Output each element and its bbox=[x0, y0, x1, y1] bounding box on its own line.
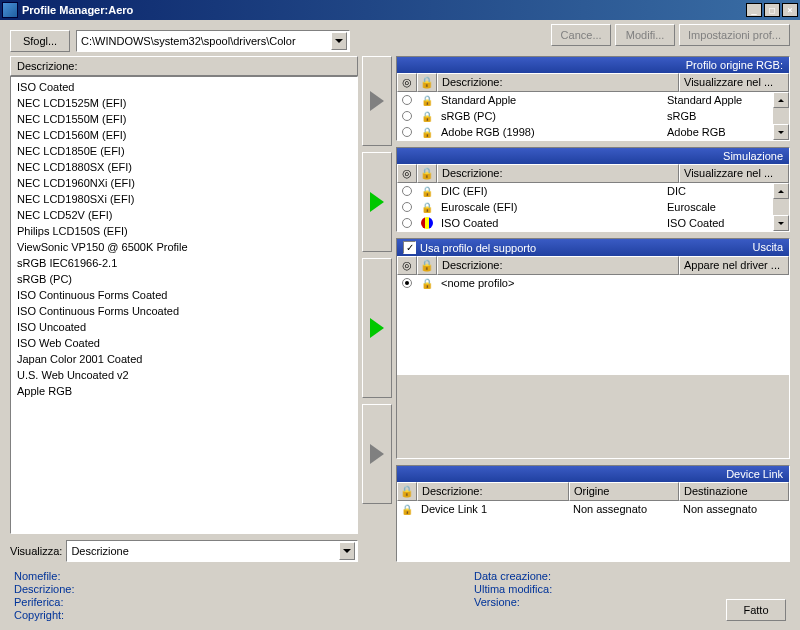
cell-driver bbox=[679, 275, 789, 291]
cell-display: Standard Apple bbox=[663, 92, 773, 108]
rgb-col-display[interactable]: Visualizzare nel ... bbox=[679, 73, 789, 92]
lock-icon: 🔒 bbox=[417, 183, 437, 199]
lock-icon: 🔒 bbox=[417, 108, 437, 124]
cell-desc: Standard Apple bbox=[437, 92, 663, 108]
modify-button[interactable]: Modifi... bbox=[615, 24, 675, 46]
path-combo[interactable]: C:\WINDOWS\system32\spool\drivers\Color bbox=[76, 30, 350, 52]
radio-icon bbox=[397, 183, 417, 199]
dl-col-origin[interactable]: Origine bbox=[569, 482, 679, 501]
dropdown-icon[interactable] bbox=[339, 542, 355, 560]
cell-desc: Euroscale (EFI) bbox=[437, 199, 663, 215]
sim-col-display[interactable]: Visualizzare nel ... bbox=[679, 164, 789, 183]
table-row[interactable]: 🔒DIC (EFI)DIC bbox=[397, 183, 773, 199]
add-output-button[interactable] bbox=[362, 258, 392, 398]
list-item[interactable]: NEC LCD1960NXi (EFI) bbox=[11, 175, 357, 191]
rgb-col-lock: 🔒 bbox=[417, 73, 437, 92]
add-rgb-button[interactable] bbox=[362, 56, 392, 146]
list-header: Descrizione: bbox=[10, 56, 358, 76]
devicelink-panel: Device Link 🔒 Descrizione: Origine Desti… bbox=[396, 465, 790, 562]
list-item[interactable]: ISO Continuous Forms Uncoated bbox=[11, 303, 357, 319]
list-item[interactable]: sRGB (PC) bbox=[11, 271, 357, 287]
cancel-button[interactable]: Cance... bbox=[551, 24, 611, 46]
dropdown-icon[interactable] bbox=[331, 32, 347, 50]
dl-col-desc[interactable]: Descrizione: bbox=[417, 482, 569, 501]
list-item[interactable]: sRGB IEC61966-2.1 bbox=[11, 255, 357, 271]
footer-filename: Nomefile: bbox=[14, 570, 274, 582]
cell-desc: sRGB (PC) bbox=[437, 108, 663, 124]
table-row[interactable]: 🔒Euroscale (EFI)Euroscale bbox=[397, 199, 773, 215]
list-item[interactable]: ISO Uncoated bbox=[11, 319, 357, 335]
table-row[interactable]: 🔒Standard AppleStandard Apple bbox=[397, 92, 773, 108]
visualize-label: Visualizza: bbox=[10, 545, 62, 557]
footer-created: Data creazione: bbox=[474, 570, 552, 582]
out-col-radio: ◎ bbox=[397, 256, 417, 275]
list-item[interactable]: NEC LCD1980SXi (EFI) bbox=[11, 191, 357, 207]
sim-title: Simulazione bbox=[723, 150, 783, 162]
list-item[interactable]: ViewSonic VP150 @ 6500K Profile bbox=[11, 239, 357, 255]
radio-icon bbox=[397, 199, 417, 215]
list-item[interactable]: NEC LCD1850E (EFI) bbox=[11, 143, 357, 159]
lock-icon: 🔒 bbox=[417, 275, 437, 291]
app-icon bbox=[2, 2, 18, 18]
browse-button[interactable]: Sfogl... bbox=[10, 30, 70, 52]
list-item[interactable]: Philips LCD150S (EFI) bbox=[11, 223, 357, 239]
add-sim-button[interactable] bbox=[362, 152, 392, 252]
out-col-driver[interactable]: Appare nel driver ... bbox=[679, 256, 789, 275]
list-item[interactable]: Japan Color 2001 Coated bbox=[11, 351, 357, 367]
sim-col-lock: 🔒 bbox=[417, 164, 437, 183]
cell-display: DIC bbox=[663, 183, 773, 199]
list-item[interactable]: NEC LCD1550M (EFI) bbox=[11, 111, 357, 127]
maximize-button[interactable]: □ bbox=[764, 3, 780, 17]
table-row[interactable]: 🔒<nome profilo> bbox=[397, 275, 789, 291]
footer-copyright: Copyright: bbox=[14, 609, 274, 621]
list-item[interactable]: ISO Coated bbox=[11, 79, 357, 95]
profile-list[interactable]: ISO CoatedNEC LCD1525M (EFI)NEC LCD1550M… bbox=[10, 76, 358, 534]
list-item[interactable]: NEC LCD1525M (EFI) bbox=[11, 95, 357, 111]
list-item[interactable]: U.S. Web Uncoated v2 bbox=[11, 367, 357, 383]
cell-display: Adobe RGB bbox=[663, 124, 773, 140]
path-value: C:\WINDOWS\system32\spool\drivers\Color bbox=[81, 35, 331, 47]
done-button[interactable]: Fatto bbox=[726, 599, 786, 621]
close-button[interactable]: × bbox=[782, 3, 798, 17]
table-row[interactable]: 🔒Adobe RGB (1998)Adobe RGB bbox=[397, 124, 773, 140]
table-row[interactable]: 🔒Device Link 1Non assegnatoNon assegnato bbox=[397, 501, 789, 517]
radio-icon bbox=[397, 108, 417, 124]
minimize-button[interactable]: _ bbox=[746, 3, 762, 17]
list-item[interactable]: ISO Web Coated bbox=[11, 335, 357, 351]
footer-modified: Ultima modifica: bbox=[474, 583, 552, 595]
rgb-scrollbar[interactable] bbox=[773, 92, 789, 140]
radio-icon bbox=[397, 92, 417, 108]
list-item[interactable]: NEC LCD1560M (EFI) bbox=[11, 127, 357, 143]
cell-desc: <nome profilo> bbox=[437, 275, 679, 291]
radio-icon bbox=[397, 275, 417, 291]
dl-col-dest[interactable]: Destinazione bbox=[679, 482, 789, 501]
table-row[interactable]: 🔒sRGB (PC)sRGB bbox=[397, 108, 773, 124]
path-toolbar: Sfogl... C:\WINDOWS\system32\spool\drive… bbox=[0, 24, 360, 56]
table-row[interactable]: ISO CoatedISO Coated bbox=[397, 215, 773, 231]
rgb-col-desc[interactable]: Descrizione: bbox=[437, 73, 679, 92]
list-item[interactable]: NEC LCD52V (EFI) bbox=[11, 207, 357, 223]
rgb-col-radio: ◎ bbox=[397, 73, 417, 92]
sim-scrollbar[interactable] bbox=[773, 183, 789, 231]
cell-desc: Adobe RGB (1998) bbox=[437, 124, 663, 140]
list-item[interactable]: ISO Continuous Forms Coated bbox=[11, 287, 357, 303]
sim-col-desc[interactable]: Descrizione: bbox=[437, 164, 679, 183]
settings-button[interactable]: Impostazioni prof... bbox=[679, 24, 790, 46]
dl-col-lock: 🔒 bbox=[397, 482, 417, 501]
out-col-desc[interactable]: Descrizione: bbox=[437, 256, 679, 275]
footer-desc: Descrizione: bbox=[14, 583, 274, 595]
use-media-profile-checkbox[interactable]: ✓ Usa profilo del supporto bbox=[403, 241, 536, 254]
add-devicelink-button[interactable] bbox=[362, 404, 392, 504]
profile-list-panel: Descrizione: ISO CoatedNEC LCD1525M (EFI… bbox=[10, 56, 358, 562]
visualize-combo[interactable]: Descrizione bbox=[66, 540, 358, 562]
footer: Nomefile: Descrizione: Periferica: Copyr… bbox=[0, 566, 800, 629]
cell-dest: Non assegnato bbox=[679, 501, 789, 517]
list-item[interactable]: NEC LCD1880SX (EFI) bbox=[11, 159, 357, 175]
footer-device: Periferica: bbox=[14, 596, 274, 608]
footer-version: Versione: bbox=[474, 596, 552, 608]
lock-icon: 🔒 bbox=[417, 199, 437, 215]
lock-icon: 🔒 bbox=[397, 501, 417, 517]
devicelink-title: Device Link bbox=[726, 468, 783, 480]
cell-desc: ISO Coated bbox=[437, 215, 663, 231]
list-item[interactable]: Apple RGB bbox=[11, 383, 357, 399]
